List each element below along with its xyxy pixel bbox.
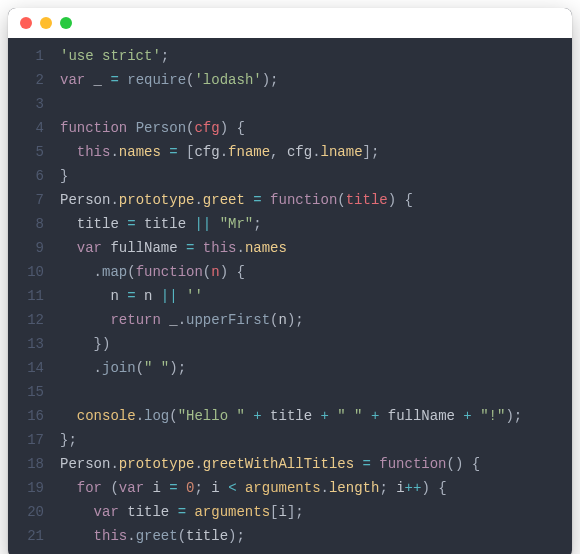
line-number: 19 bbox=[8, 476, 44, 500]
line-number: 9 bbox=[8, 236, 44, 260]
line-number: 18 bbox=[8, 452, 44, 476]
minimize-icon[interactable] bbox=[40, 17, 52, 29]
code-line: var _ = require('lodash'); bbox=[60, 68, 572, 92]
line-number: 17 bbox=[8, 428, 44, 452]
editor-window: 123456789101112131415161718192021 'use s… bbox=[8, 8, 572, 554]
code-line bbox=[60, 380, 572, 404]
code-line: }) bbox=[60, 332, 572, 356]
titlebar bbox=[8, 8, 572, 38]
code-line: var title = arguments[i]; bbox=[60, 500, 572, 524]
line-number: 14 bbox=[8, 356, 44, 380]
code-line: var fullName = this.names bbox=[60, 236, 572, 260]
code-line: function Person(cfg) { bbox=[60, 116, 572, 140]
code-line: this.names = [cfg.fname, cfg.lname]; bbox=[60, 140, 572, 164]
code-area[interactable]: 'use strict';var _ = require('lodash'); … bbox=[54, 44, 572, 548]
line-number: 11 bbox=[8, 284, 44, 308]
code-line: for (var i = 0; i < arguments.length; i+… bbox=[60, 476, 572, 500]
line-number: 12 bbox=[8, 308, 44, 332]
code-line: Person.prototype.greet = function(title)… bbox=[60, 188, 572, 212]
code-line: .join(" "); bbox=[60, 356, 572, 380]
line-number: 10 bbox=[8, 260, 44, 284]
line-number: 20 bbox=[8, 500, 44, 524]
line-number: 7 bbox=[8, 188, 44, 212]
code-line: title = title || "Mr"; bbox=[60, 212, 572, 236]
line-number: 21 bbox=[8, 524, 44, 548]
line-number: 5 bbox=[8, 140, 44, 164]
line-number: 3 bbox=[8, 92, 44, 116]
code-editor[interactable]: 123456789101112131415161718192021 'use s… bbox=[8, 38, 572, 554]
code-line: } bbox=[60, 164, 572, 188]
code-line: Person.prototype.greetWithAllTitles = fu… bbox=[60, 452, 572, 476]
line-number: 16 bbox=[8, 404, 44, 428]
maximize-icon[interactable] bbox=[60, 17, 72, 29]
close-icon[interactable] bbox=[20, 17, 32, 29]
code-line: n = n || '' bbox=[60, 284, 572, 308]
line-number: 15 bbox=[8, 380, 44, 404]
code-line: this.greet(title); bbox=[60, 524, 572, 548]
code-line: return _.upperFirst(n); bbox=[60, 308, 572, 332]
code-line: .map(function(n) { bbox=[60, 260, 572, 284]
code-line bbox=[60, 92, 572, 116]
line-number: 6 bbox=[8, 164, 44, 188]
code-line: 'use strict'; bbox=[60, 44, 572, 68]
line-number: 4 bbox=[8, 116, 44, 140]
line-number: 13 bbox=[8, 332, 44, 356]
code-line: }; bbox=[60, 428, 572, 452]
line-number: 8 bbox=[8, 212, 44, 236]
line-number: 1 bbox=[8, 44, 44, 68]
line-number: 2 bbox=[8, 68, 44, 92]
line-number-gutter: 123456789101112131415161718192021 bbox=[8, 44, 54, 548]
code-line: console.log("Hello " + title + " " + ful… bbox=[60, 404, 572, 428]
